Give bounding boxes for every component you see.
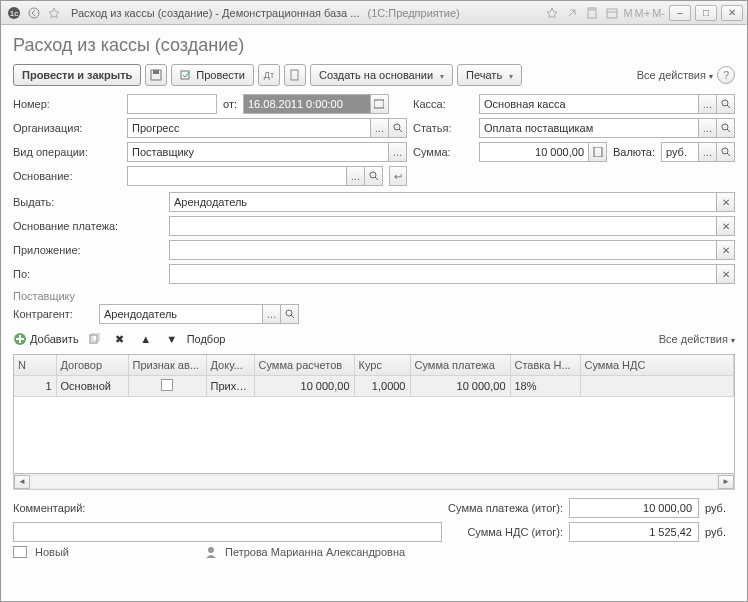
add-row-button[interactable]: Добавить	[13, 332, 79, 346]
issue-to-clear-button[interactable]: ✕	[717, 192, 735, 212]
col-attr[interactable]: Признак ав...	[128, 355, 206, 375]
scroll-track[interactable]	[32, 476, 716, 488]
movements-button[interactable]: Дт	[258, 64, 280, 86]
currency-input[interactable]: руб.	[661, 142, 699, 162]
scroll-left-button[interactable]: ◄	[14, 475, 30, 489]
org-open-button[interactable]	[389, 118, 407, 138]
kassa-select-button[interactable]: …	[699, 94, 717, 114]
org-select-button[interactable]: …	[371, 118, 389, 138]
comment-input[interactable]	[13, 522, 442, 542]
close-button[interactable]: ✕	[721, 5, 743, 21]
counterparty-open-button[interactable]	[281, 304, 299, 324]
currency-select-button[interactable]: …	[699, 142, 717, 162]
currency-open-button[interactable]	[717, 142, 735, 162]
calc-m-plus[interactable]: M+	[635, 7, 651, 19]
cell-pay-sum[interactable]: 10 000,00	[410, 375, 510, 396]
basis-open-button[interactable]	[365, 166, 383, 186]
col-doc[interactable]: Доку...	[206, 355, 254, 375]
maximize-button[interactable]: □	[695, 5, 717, 21]
post-and-close-button[interactable]: Провести и закрыть	[13, 64, 141, 86]
col-contract[interactable]: Договор	[56, 355, 128, 375]
col-vat-sum[interactable]: Сумма НДС	[580, 355, 734, 375]
po-input[interactable]	[169, 264, 717, 284]
link-icon[interactable]	[563, 4, 581, 22]
cell-calc-sum[interactable]: 10 000,00	[254, 375, 354, 396]
cell-rate[interactable]: 1,0000	[354, 375, 410, 396]
article-select-button[interactable]: …	[699, 118, 717, 138]
sum-input[interactable]: 10 000,00	[479, 142, 589, 162]
status-bar: Новый Петрова Марианна Александровна	[13, 542, 735, 558]
move-up-button[interactable]: ▲	[135, 328, 157, 350]
col-rate[interactable]: Курс	[354, 355, 410, 375]
grid-all-actions-button[interactable]: Все действия ▾	[659, 333, 735, 345]
cell-contract[interactable]: Основной	[56, 375, 128, 396]
supplier-group-caption: Поставщику	[13, 290, 735, 302]
number-input[interactable]	[127, 94, 217, 114]
kassa-input[interactable]: Основная касса	[479, 94, 699, 114]
cell-vat-sum[interactable]	[580, 375, 734, 396]
col-pay-sum[interactable]: Сумма платежа	[410, 355, 510, 375]
attachment-input[interactable]	[169, 240, 717, 260]
calculator-icon[interactable]	[583, 4, 601, 22]
date-picker-button[interactable]	[371, 94, 389, 114]
cell-vat-rate[interactable]: 18%	[510, 375, 580, 396]
basis-fill-button[interactable]: ↩	[389, 166, 407, 186]
col-n[interactable]: N	[14, 355, 56, 375]
cell-n[interactable]: 1	[14, 375, 56, 396]
cell-doc[interactable]: Прихо...	[206, 375, 254, 396]
counterparty-input[interactable]: Арендодатель	[99, 304, 263, 324]
issue-to-input[interactable]: Арендодатель	[169, 192, 717, 212]
back-icon[interactable]	[25, 4, 43, 22]
move-down-button[interactable]: ▼	[161, 328, 183, 350]
basis-input[interactable]	[127, 166, 347, 186]
op-type-select-button[interactable]: …	[389, 142, 407, 162]
attachment-clear-button[interactable]: ✕	[717, 240, 735, 260]
svg-line-20	[727, 153, 730, 156]
calc-m[interactable]: M	[623, 7, 632, 19]
svg-line-13	[727, 105, 730, 108]
table-row[interactable]: 1 Основной Прихо... 10 000,00 1,0000 10 …	[14, 375, 734, 396]
form-title: Расход из кассы (создание)	[13, 35, 735, 56]
basis-select-button[interactable]: …	[347, 166, 365, 186]
date-input[interactable]: 16.08.2011 0:00:00	[243, 94, 371, 114]
po-clear-button[interactable]: ✕	[717, 264, 735, 284]
favorite-icon[interactable]	[543, 4, 561, 22]
svg-rect-11	[374, 100, 384, 108]
col-calc-sum[interactable]: Сумма расчетов	[254, 355, 354, 375]
cell-attr[interactable]	[128, 375, 206, 396]
delete-row-button[interactable]: ✖	[109, 328, 131, 350]
total-pay-value: 10 000,00	[569, 498, 699, 518]
minimize-button[interactable]: –	[669, 5, 691, 21]
pay-basis-input[interactable]	[169, 216, 717, 236]
print-button[interactable]: Печать	[457, 64, 522, 86]
org-input[interactable]: Прогресс	[127, 118, 371, 138]
new-doc-button[interactable]	[284, 64, 306, 86]
pay-basis-clear-button[interactable]: ✕	[717, 216, 735, 236]
select-rows-button[interactable]: Подбор	[187, 333, 226, 345]
sum-calc-button[interactable]	[589, 142, 607, 162]
col-vat-rate[interactable]: Ставка Н...	[510, 355, 580, 375]
grid-toolbar: Добавить ✖ ▲ ▼ Подбор Все действия ▾	[13, 328, 735, 350]
kassa-open-button[interactable]	[717, 94, 735, 114]
all-actions-button[interactable]: Все действия ▾	[637, 69, 713, 81]
scroll-right-button[interactable]: ►	[718, 475, 734, 489]
article-open-button[interactable]	[717, 118, 735, 138]
from-label: от:	[223, 98, 237, 110]
op-type-input[interactable]: Поставщику	[127, 142, 389, 162]
post-button[interactable]: Провести	[171, 64, 254, 86]
save-button[interactable]	[145, 64, 167, 86]
create-based-button[interactable]: Создать на основании	[310, 64, 453, 86]
post-icon	[180, 69, 192, 81]
issue-to-field: Арендодатель ✕	[169, 192, 735, 212]
grid-table[interactable]: N Договор Признак ав... Доку... Сумма ра…	[14, 355, 734, 397]
copy-row-button[interactable]	[83, 328, 105, 350]
total-vat-value: 1 525,42	[569, 522, 699, 542]
calendar-icon[interactable]	[603, 4, 621, 22]
grid-hscroll[interactable]: ◄ ►	[13, 474, 735, 490]
attr-checkbox[interactable]	[161, 379, 173, 391]
star-icon[interactable]	[45, 4, 63, 22]
help-button[interactable]: ?	[717, 66, 735, 84]
article-input[interactable]: Оплата поставщикам	[479, 118, 699, 138]
calc-m-minus[interactable]: M-	[652, 7, 665, 19]
counterparty-select-button[interactable]: …	[263, 304, 281, 324]
